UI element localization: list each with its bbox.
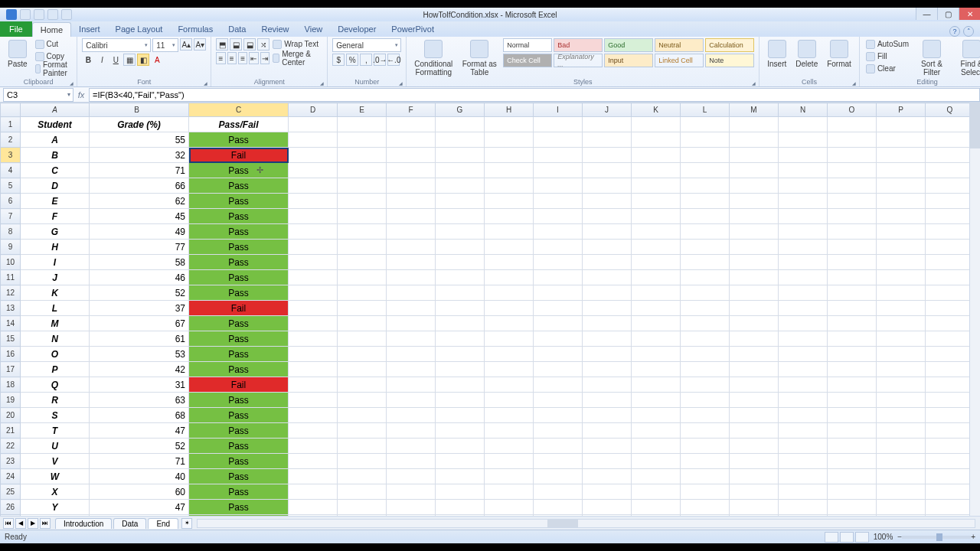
cell-D27[interactable] [289,515,338,517]
cell-B26[interactable]: 47 [90,500,189,515]
cell-G26[interactable] [436,500,485,515]
zoom-slider[interactable] [902,536,971,539]
italic-button[interactable]: I [96,54,108,66]
horizontal-scrollbar[interactable] [197,519,975,528]
cell-Q20[interactable] [926,408,975,423]
indent-dec-button[interactable]: ⇤ [249,52,258,64]
cell-C24[interactable]: Pass [189,469,289,484]
cell-E11[interactable] [338,270,387,285]
cell-C27[interactable]: Pass [189,515,289,517]
row-header-16[interactable]: 16 [1,347,21,362]
conditional-formatting-button[interactable]: Conditional Formatting [411,38,456,78]
cell-N26[interactable] [779,500,828,515]
cell-G24[interactable] [436,469,485,484]
cell-H5[interactable] [485,178,534,194]
bold-button[interactable]: B [82,54,94,66]
cell-L5[interactable] [681,178,730,194]
cell-D12[interactable] [289,285,338,301]
cell-B12[interactable]: 52 [90,285,189,301]
cell-J24[interactable] [583,469,632,484]
cell-O12[interactable] [828,285,877,301]
cell-F13[interactable] [387,301,436,316]
cell-E10[interactable] [338,255,387,270]
cell-C2[interactable]: Pass [189,132,289,148]
merge-center-button[interactable]: Merge & Center [271,52,322,64]
cell-Q2[interactable] [926,132,975,148]
cell-I26[interactable] [534,500,583,515]
cell-H21[interactable] [485,423,534,439]
cell-M22[interactable] [730,439,779,454]
cell-E17[interactable] [338,362,387,377]
qat-save-button[interactable] [20,9,31,20]
sheet-tab-end[interactable]: End [148,518,178,529]
row-header-24[interactable]: 24 [1,469,21,484]
cell-K18[interactable] [632,377,681,393]
cell-H23[interactable] [485,454,534,469]
cell-J11[interactable] [583,270,632,285]
cell-L11[interactable] [681,270,730,285]
cell-D22[interactable] [289,439,338,454]
cell-K14[interactable] [632,316,681,331]
cell-style-input[interactable]: Input [604,54,653,67]
cell-D1[interactable] [289,117,338,132]
cell-P6[interactable] [877,194,926,209]
cell-P2[interactable] [877,132,926,148]
cell-B9[interactable]: 77 [90,240,189,255]
delete-cells-button[interactable]: Delete [792,38,821,70]
cell-G27[interactable] [436,515,485,517]
cell-J16[interactable] [583,347,632,362]
cell-P3[interactable] [877,148,926,163]
cell-I20[interactable] [534,408,583,423]
cell-Q23[interactable] [926,454,975,469]
cell-L26[interactable] [681,500,730,515]
cell-F16[interactable] [387,347,436,362]
cell-Q4[interactable] [926,163,975,178]
cell-K16[interactable] [632,347,681,362]
cell-I13[interactable] [534,301,583,316]
cell-H13[interactable] [485,301,534,316]
cell-O4[interactable] [828,163,877,178]
format-as-table-button[interactable]: Format as Table [459,38,500,78]
cell-L21[interactable] [681,423,730,439]
row-header-19[interactable]: 19 [1,393,21,408]
ribbon-tab-developer[interactable]: Developer [330,22,384,37]
cell-I7[interactable] [534,209,583,224]
row-header-7[interactable]: 7 [1,209,21,224]
cell-P4[interactable] [877,163,926,178]
cell-Q24[interactable] [926,469,975,484]
cell-F4[interactable] [387,163,436,178]
cell-J26[interactable] [583,500,632,515]
cell-E21[interactable] [338,423,387,439]
cell-D9[interactable] [289,240,338,255]
cell-C21[interactable]: Pass [189,423,289,439]
cell-D8[interactable] [289,224,338,240]
cell-I15[interactable] [534,331,583,347]
cell-L1[interactable] [681,117,730,132]
column-header-D[interactable]: D [289,103,338,117]
cell-O21[interactable] [828,423,877,439]
cell-N3[interactable] [779,148,828,163]
cell-B5[interactable]: 66 [90,178,189,194]
cell-B22[interactable]: 52 [90,439,189,454]
inc-decimal-button[interactable]: .0→ [374,54,386,66]
cell-L9[interactable] [681,240,730,255]
cell-O9[interactable] [828,240,877,255]
cell-A22[interactable]: U [21,439,90,454]
cell-J15[interactable] [583,331,632,347]
cell-D21[interactable] [289,423,338,439]
row-header-20[interactable]: 20 [1,408,21,423]
cell-O22[interactable] [828,439,877,454]
fill-button[interactable]: Fill [864,51,910,62]
cell-style-linked-cell[interactable]: Linked Cell [655,54,704,67]
column-header-P[interactable]: P [877,103,926,117]
cell-O8[interactable] [828,224,877,240]
tab-nav-first[interactable]: ⏮ [3,518,14,529]
cell-E9[interactable] [338,240,387,255]
cell-A2[interactable]: A [21,132,90,148]
find-select-button[interactable]: Find & Select [953,38,980,78]
cell-H11[interactable] [485,270,534,285]
cell-H9[interactable] [485,240,534,255]
cell-N10[interactable] [779,255,828,270]
tab-nav-prev[interactable]: ◀ [15,518,26,529]
cell-L22[interactable] [681,439,730,454]
